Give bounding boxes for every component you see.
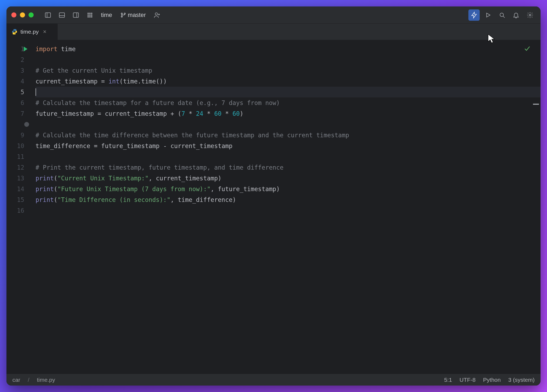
run-icon[interactable]	[482, 9, 494, 21]
minimize-window-button[interactable]	[20, 12, 25, 18]
line-number[interactable]: 9	[6, 130, 36, 141]
code-lines[interactable]: import time# Get the current Unix timest…	[36, 44, 541, 216]
line-number[interactable]: 4	[6, 76, 36, 87]
tab-bar: time.py ×	[6, 24, 541, 40]
add-collaborator-icon[interactable]	[151, 9, 163, 21]
cursor-position[interactable]: 5:1	[444, 377, 452, 383]
svg-rect-4	[73, 13, 79, 17]
svg-point-11	[91, 15, 92, 15]
scrollbar-caret-mark	[533, 104, 539, 105]
status-bar: car / time.py 5:1 UTF-8 Python 3 (system…	[6, 374, 541, 386]
code-line[interactable]	[36, 54, 541, 65]
svg-point-23	[529, 14, 531, 16]
code-line[interactable]	[36, 87, 541, 97]
line-number[interactable]: 14	[6, 184, 36, 194]
breadcrumb-root[interactable]: car	[12, 377, 20, 383]
line-number[interactable]: 1	[6, 44, 36, 54]
git-branch-icon	[120, 12, 126, 18]
svg-point-6	[88, 13, 89, 13]
search-icon[interactable]	[496, 9, 508, 21]
line-number[interactable]: 7	[6, 108, 36, 119]
line-number[interactable]: 13	[6, 173, 36, 184]
line-number[interactable]: 11	[6, 151, 36, 162]
code-line[interactable]: import time	[36, 44, 541, 54]
settings-icon[interactable]	[524, 9, 536, 21]
maximize-window-button[interactable]	[29, 12, 34, 18]
window-controls	[11, 12, 34, 18]
svg-point-13	[89, 16, 90, 17]
encoding[interactable]: UTF-8	[460, 377, 476, 383]
code-line[interactable]: print("Current Unix Timestamp:", current…	[36, 173, 541, 184]
inspection-ok-icon[interactable]	[523, 45, 531, 53]
svg-point-18	[155, 13, 157, 15]
editor-tab[interactable]: time.py ×	[6, 24, 58, 40]
line-number[interactable]: 15	[6, 194, 36, 205]
svg-point-10	[89, 15, 90, 15]
svg-point-12	[88, 16, 89, 17]
project-name[interactable]: time	[98, 12, 115, 19]
language-mode[interactable]: Python	[483, 377, 501, 383]
close-tab-icon[interactable]: ×	[43, 28, 47, 35]
branch-name: master	[128, 12, 146, 19]
line-number[interactable]: 10	[6, 141, 36, 151]
svg-rect-2	[59, 13, 65, 17]
svg-point-17	[124, 13, 125, 14]
svg-point-16	[121, 16, 122, 17]
line-number[interactable]: 16	[6, 205, 36, 216]
right-sidebar-toggle-icon[interactable]	[70, 9, 82, 21]
gutter[interactable]: 1234567910111213141516	[6, 44, 36, 216]
tab-filename: time.py	[20, 29, 39, 35]
line-number[interactable]: 6	[6, 97, 36, 108]
line-number[interactable]: 12	[6, 162, 36, 173]
python-file-icon	[11, 29, 18, 35]
breadcrumb-sep: /	[28, 377, 29, 383]
code-line[interactable]: time_difference = future_timestamp - cur…	[36, 141, 541, 151]
bottom-panel-toggle-icon[interactable]	[56, 9, 68, 21]
svg-point-8	[91, 13, 92, 13]
svg-point-9	[88, 15, 89, 15]
line-number[interactable]: 3	[6, 65, 36, 76]
svg-line-22	[503, 16, 504, 18]
line-number[interactable]: 2	[6, 54, 36, 65]
line-number[interactable]: 5	[6, 87, 36, 97]
code-line[interactable]: # Calculate the time difference between …	[36, 130, 541, 141]
code-line[interactable]: # Calculate the timestamp for a future d…	[36, 97, 541, 108]
code-line[interactable]: future_timestamp = current_timestamp + (…	[36, 108, 541, 119]
code-line[interactable]	[36, 119, 541, 130]
interpreter[interactable]: 3 (system)	[508, 377, 535, 383]
svg-point-7	[89, 13, 90, 13]
code-line[interactable]: current_timestamp = int(time.time())	[36, 76, 541, 87]
editor-area[interactable]: 1234567910111213141516 import time# Get …	[6, 40, 541, 374]
titlebar: time master	[6, 6, 541, 24]
svg-point-21	[500, 13, 503, 16]
breadcrumb-file[interactable]: time.py	[37, 377, 55, 383]
ide-window: time master time.py	[6, 6, 541, 386]
left-sidebar-toggle-icon[interactable]	[42, 9, 54, 21]
code-area: 1234567910111213141516 import time# Get …	[6, 40, 541, 216]
svg-point-14	[91, 16, 92, 17]
code-line[interactable]: # Get the current Unix timestamp	[36, 65, 541, 76]
close-window-button[interactable]	[11, 12, 16, 18]
code-line[interactable]: print("Time Difference (in seconds):", t…	[36, 194, 541, 205]
code-line[interactable]	[36, 151, 541, 162]
notifications-icon[interactable]	[510, 9, 522, 21]
svg-rect-0	[45, 13, 51, 17]
line-number[interactable]	[6, 119, 36, 130]
grid-icon[interactable]	[84, 9, 96, 21]
code-line[interactable]: # Print the current timestamp, future ti…	[36, 162, 541, 173]
code-line[interactable]: print("Future Unix Timestamp (7 days fro…	[36, 184, 541, 194]
code-line[interactable]	[36, 205, 541, 216]
ai-assistant-icon[interactable]	[468, 9, 480, 21]
git-branch[interactable]: master	[118, 12, 149, 19]
svg-point-15	[121, 13, 122, 14]
